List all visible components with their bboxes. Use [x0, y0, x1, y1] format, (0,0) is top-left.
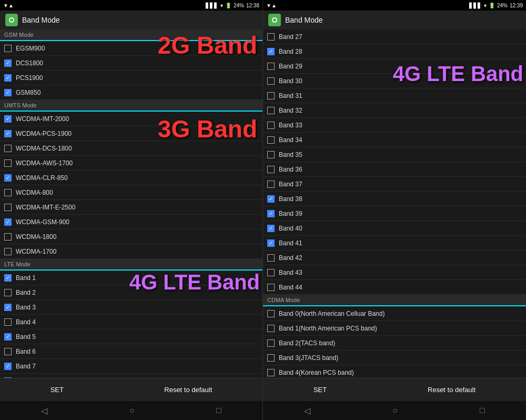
list-item[interactable]: WCDMA-1800 [0, 229, 262, 244]
cb[interactable] [267, 339, 275, 347]
list-item[interactable]: Band 0(North American Celluar Band) [263, 306, 526, 321]
list-item[interactable]: GSM850 [0, 85, 262, 100]
cb[interactable] [267, 284, 275, 291]
list-item[interactable]: Band 38 [263, 192, 526, 206]
cb[interactable] [267, 63, 275, 70]
home-icon-right[interactable]: ○ [392, 406, 398, 415]
cb[interactable] [4, 248, 12, 255]
home-icon-left[interactable]: ○ [129, 406, 135, 415]
list-item[interactable]: Band 41 [263, 236, 526, 251]
cb[interactable] [267, 77, 275, 85]
list-item[interactable]: Band 6 [0, 344, 262, 359]
item-label: Band 8 [16, 377, 36, 378]
cb[interactable] [4, 318, 12, 326]
cb[interactable] [267, 210, 275, 217]
cb[interactable] [267, 151, 275, 158]
list-item[interactable]: Band 31 [263, 88, 526, 103]
cb[interactable] [4, 145, 12, 152]
status-icons-right: ▼▲ [266, 3, 277, 8]
cb[interactable] [4, 174, 12, 182]
list-item[interactable]: Band 34 [263, 133, 526, 147]
cb[interactable] [267, 239, 275, 247]
cb[interactable] [267, 225, 275, 232]
cb[interactable] [267, 195, 275, 203]
list-item[interactable]: Band 35 [263, 147, 526, 162]
cb[interactable] [267, 254, 275, 262]
cb[interactable] [4, 289, 12, 296]
overlay-4g-right: 4G LTE Band [393, 61, 523, 86]
cb[interactable] [4, 189, 12, 196]
cb[interactable] [4, 348, 12, 355]
cb[interactable] [267, 136, 275, 144]
cb[interactable] [4, 130, 12, 137]
list-item[interactable]: PCS1900 [0, 71, 262, 85]
set-button-left[interactable]: SET [40, 382, 74, 398]
cb[interactable] [267, 122, 275, 129]
list-item[interactable]: Band 36 [263, 162, 526, 177]
list-item[interactable]: Band 44 [263, 280, 526, 295]
list-item[interactable]: WCDMA-IMT-E-2500 [0, 200, 262, 215]
item-label: WCDMA-PCS-1900 [16, 130, 72, 137]
list-item[interactable]: WCDMA-800 [0, 185, 262, 200]
list-item[interactable]: WCDMA-AWS-1700 [0, 156, 262, 171]
content-left[interactable]: GSM Mode EGSM900 DCS1800 PCS1900 GSM850 [0, 29, 262, 378]
list-item[interactable]: Band 4 [0, 315, 262, 329]
list-item[interactable]: Band 40 [263, 221, 526, 236]
cb[interactable] [267, 354, 275, 362]
list-item[interactable]: Band 4(Korean PCS band) [263, 365, 526, 378]
list-item[interactable]: Band 28 [263, 44, 526, 59]
cb[interactable] [4, 233, 12, 241]
cb[interactable] [267, 325, 275, 332]
list-item[interactable]: WCDMA-1700 [0, 244, 262, 259]
list-item[interactable]: WCDMA-CLR-850 [0, 171, 262, 185]
cb[interactable] [4, 304, 12, 311]
cb[interactable] [4, 333, 12, 341]
title-left: Band Mode [22, 16, 60, 24]
content-right[interactable]: Band 27 Band 28 Band 29 Band 30 Band 31 … [263, 29, 526, 378]
cb[interactable] [4, 115, 12, 123]
list-item[interactable]: Band 42 [263, 251, 526, 265]
checkbox-egsm900[interactable] [4, 45, 12, 52]
set-button-right[interactable]: SET [303, 382, 337, 398]
cb[interactable] [267, 107, 275, 114]
list-item[interactable]: Band 8 [0, 374, 262, 378]
list-item[interactable]: Band 37 [263, 177, 526, 192]
list-item[interactable]: Band 27 [263, 29, 526, 44]
cb[interactable] [4, 159, 12, 167]
cb[interactable] [267, 369, 275, 376]
reset-button-right[interactable]: Reset to default [417, 382, 486, 398]
cb[interactable] [267, 181, 275, 188]
cb[interactable] [267, 92, 275, 99]
recents-icon-right[interactable]: □ [480, 406, 485, 415]
list-item[interactable]: Band 2(TACS band) [263, 336, 526, 351]
list-item[interactable]: Band 33 [263, 118, 526, 133]
list-item[interactable]: Band 39 [263, 206, 526, 221]
cb[interactable] [4, 377, 12, 378]
cb[interactable] [267, 310, 275, 317]
list-item[interactable]: Band 43 [263, 265, 526, 280]
list-item[interactable]: Band 7 [0, 359, 262, 374]
back-icon-left[interactable]: ◁ [41, 406, 47, 416]
cb[interactable] [267, 269, 275, 276]
checkbox-dcs1800[interactable] [4, 59, 12, 67]
cb[interactable] [4, 274, 12, 282]
reset-button-left[interactable]: Reset to default [154, 382, 222, 398]
list-item[interactable]: WCDMA-GSM-900 [0, 215, 262, 229]
list-item[interactable]: Band 32 [263, 103, 526, 118]
battery-pct-right: 24% [497, 3, 508, 8]
cb[interactable] [4, 204, 12, 211]
cb[interactable] [4, 363, 12, 370]
list-item[interactable]: Band 3 [0, 300, 262, 315]
list-item[interactable]: Band 1(North American PCS band) [263, 321, 526, 336]
back-icon-right[interactable]: ◁ [304, 406, 310, 416]
list-item[interactable]: WCDMA-DCS-1800 [0, 141, 262, 156]
cb[interactable] [4, 218, 12, 226]
cb[interactable] [267, 33, 275, 41]
list-item[interactable]: Band 5 [0, 329, 262, 344]
list-item[interactable]: Band 3(JTACS band) [263, 351, 526, 365]
cb[interactable] [267, 48, 275, 55]
recents-icon-left[interactable]: □ [216, 406, 221, 415]
cb[interactable] [267, 166, 275, 173]
checkbox-gsm850[interactable] [4, 89, 12, 96]
checkbox-pcs1900[interactable] [4, 74, 12, 82]
